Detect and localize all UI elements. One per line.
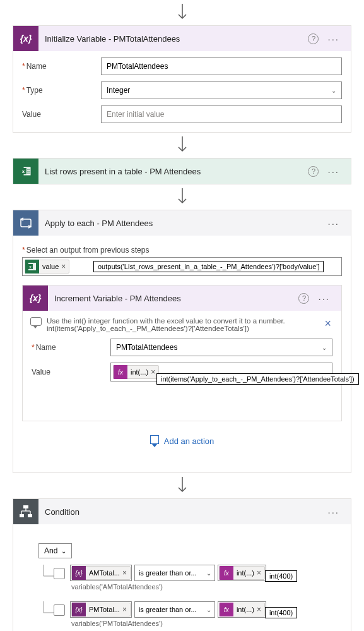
left-value-tooltip: variables('PMTotalAttendees'): [71, 620, 279, 627]
token-remove[interactable]: ×: [122, 568, 127, 577]
svg-rect-15: [20, 514, 24, 517]
list-rows-header[interactable]: x List rows present in a table - PM Atte…: [13, 159, 351, 184]
more-menu[interactable]: ···: [325, 33, 342, 44]
header-title: List rows present in a table - PM Attend…: [38, 167, 308, 176]
left-value-input[interactable]: {x} AMTotal... ×: [70, 565, 132, 581]
chevron-down-icon: ⌄: [61, 548, 66, 555]
left-value-input[interactable]: {x} PMTotal... ×: [70, 601, 132, 618]
fx-icon: fx: [114, 365, 127, 379]
apply-to-each-header[interactable]: Apply to each - PM Attendees ···: [13, 210, 351, 236]
condition-row-checkbox[interactable]: [54, 568, 65, 579]
value-input[interactable]: fx int(...) × int(items('Apply_to_each_-…: [110, 363, 332, 382]
add-action-button[interactable]: Add an action: [150, 435, 214, 447]
select-output-label: Select an output from previous steps: [22, 246, 342, 255]
comment-text: Use the int() integer function with the …: [47, 317, 322, 332]
token-remove[interactable]: ×: [122, 605, 127, 614]
flow-arrow: [13, 0, 351, 25]
name-input[interactable]: PMTotalAttendees: [101, 57, 342, 75]
right-value-input[interactable]: fx int(...) × int(400): [218, 565, 266, 581]
header-title: Initialize Variable - PMTotalAttendees: [38, 34, 308, 44]
token-remove[interactable]: ×: [151, 368, 155, 376]
variable-icon: {x}: [13, 26, 38, 51]
type-select[interactable]: Integer⌄: [101, 81, 342, 99]
more-menu[interactable]: ···: [325, 166, 342, 177]
flow-arrow: [13, 473, 351, 498]
svg-text:x: x: [29, 265, 32, 269]
token-text: int(...): [131, 368, 148, 376]
type-label: Type: [22, 86, 101, 95]
value-label: Value: [22, 110, 101, 119]
variable-token[interactable]: {x} PMTotal... ×: [71, 603, 131, 616]
help-icon[interactable]: ?: [298, 293, 309, 304]
add-action-label: Add an action: [164, 436, 214, 446]
help-icon[interactable]: ?: [308, 166, 319, 177]
token-remove[interactable]: ×: [257, 605, 261, 614]
condition-icon: [13, 499, 38, 524]
chevron-down-icon: ⌄: [206, 570, 211, 577]
header-title: Apply to each - PM Attendees: [38, 219, 325, 228]
variable-icon: {x}: [23, 285, 48, 311]
value-tooltip: outputs('List_rows_present_in_a_table_-_…: [93, 261, 324, 272]
condition-header[interactable]: Condition ···: [13, 499, 351, 524]
arrow-down-icon: [177, 136, 188, 154]
fx-tooltip: int(items('Apply_to_each_-_PM_Attendees'…: [156, 373, 359, 385]
fx-icon: fx: [220, 566, 233, 580]
fx-token[interactable]: fx int(...) ×: [219, 603, 265, 616]
excel-token-icon: x: [25, 260, 39, 273]
chevron-down-icon: ⌄: [206, 606, 211, 613]
comment-row: Use the int() integer function with the …: [23, 311, 341, 336]
value-label: Value: [32, 368, 110, 376]
add-action-area: Add an action: [22, 421, 342, 464]
more-menu[interactable]: ···: [325, 218, 342, 229]
token-remove[interactable]: ×: [257, 568, 261, 577]
increment-variable-header[interactable]: {x} Increment Variable - PM Attendees ? …: [23, 285, 341, 311]
select-output-input[interactable]: x value × outputs('List_rows_present_in_…: [22, 257, 342, 276]
list-rows-card[interactable]: x List rows present in a table - PM Atte…: [13, 158, 351, 184]
variable-icon: {x}: [72, 603, 86, 616]
fx-icon: fx: [220, 603, 233, 616]
arrow-down-icon: [177, 188, 188, 206]
fx-tooltip: int(400): [265, 570, 297, 582]
flow-arrow: [13, 184, 351, 210]
group-operator-select[interactable]: And ⌄: [38, 543, 72, 558]
svg-text:x: x: [22, 169, 25, 174]
loop-icon: [13, 210, 38, 236]
operator-select[interactable]: is greater than or...⌄: [134, 565, 215, 581]
condition-row-checkbox[interactable]: [54, 604, 65, 616]
header-title: Condition: [38, 507, 325, 517]
initialize-variable-card: {x} Initialize Variable - PMTotalAttende…: [13, 25, 351, 133]
name-label: Name: [22, 62, 101, 71]
help-icon[interactable]: ?: [308, 33, 319, 44]
variable-icon: {x}: [72, 566, 86, 580]
chevron-down-icon: ⌄: [331, 87, 336, 94]
chevron-down-icon: ⌄: [322, 344, 327, 351]
token-text: value: [42, 263, 59, 270]
condition-card: Condition ··· And ⌄: [13, 498, 351, 631]
excel-icon: x: [13, 159, 38, 184]
left-value-tooltip: variables('AMTotalAttendees'): [71, 583, 279, 591]
more-menu[interactable]: ···: [325, 507, 342, 517]
operator-select[interactable]: is greater than or...⌄: [134, 601, 215, 618]
flow-arrow: [13, 133, 351, 158]
arrow-down-icon: [177, 4, 188, 21]
initialize-variable-header[interactable]: {x} Initialize Variable - PMTotalAttende…: [13, 26, 351, 51]
name-select[interactable]: PMTotalAttendees⌄: [110, 339, 332, 356]
fx-token[interactable]: fx int(...) ×: [219, 566, 265, 580]
comment-close[interactable]: ×: [322, 317, 334, 330]
comment-icon: [30, 317, 42, 326]
fx-token[interactable]: fx int(...) ×: [113, 365, 159, 379]
more-menu[interactable]: ···: [315, 293, 332, 304]
increment-variable-card: {x} Increment Variable - PM Attendees ? …: [22, 285, 342, 421]
value-input[interactable]: Enter initial value: [101, 105, 342, 123]
value-token[interactable]: x value ×: [25, 260, 69, 273]
token-remove[interactable]: ×: [61, 262, 66, 271]
apply-to-each-card: Apply to each - PM Attendees ··· Select …: [13, 210, 351, 473]
header-title: Increment Variable - PM Attendees: [48, 294, 298, 303]
svg-rect-16: [28, 514, 32, 517]
add-action-icon: [150, 435, 159, 447]
variable-token[interactable]: {x} AMTotal... ×: [71, 566, 131, 580]
arrow-down-icon: [177, 477, 188, 495]
svg-rect-14: [23, 505, 28, 508]
right-value-input[interactable]: fx int(...) × int(400): [218, 601, 266, 618]
name-label: Name: [32, 343, 110, 352]
